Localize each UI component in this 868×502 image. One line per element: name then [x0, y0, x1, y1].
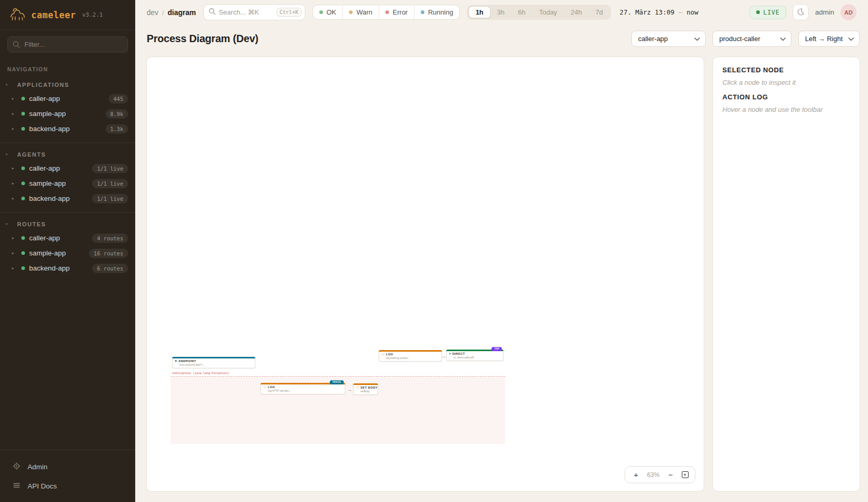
live-count-badge: 1/1 live — [92, 164, 128, 173]
avatar[interactable]: AD — [840, 4, 857, 20]
sidebar-filter-input[interactable] — [7, 36, 128, 53]
count-badge: 1.3k — [106, 124, 128, 134]
selected-node-empty-text: Click a node to inspect it — [722, 79, 850, 86]
breadcrumb-parent[interactable]: dev — [147, 8, 159, 17]
chevron-right-icon: ▸ — [12, 166, 17, 171]
node-title: DIRECT — [452, 352, 465, 355]
time-range-6h[interactable]: 6h — [511, 6, 532, 18]
square-icon: ■ — [449, 353, 451, 355]
diagram-node-log-failure[interactable]: TRACE ◯ LOG log:HTTP call failu... — [261, 383, 345, 394]
breadcrumb: dev / diagram — [147, 8, 196, 17]
logo[interactable]: cameleer v3.2.1 — [0, 0, 135, 30]
filter-chip-warn[interactable]: Warn — [343, 5, 379, 19]
section-header-applications[interactable]: ▾ APPLICATIONS — [0, 80, 135, 91]
selected-node-title: SELECTED NODE — [722, 66, 850, 74]
global-search[interactable]: Ctrl+K — [203, 4, 305, 20]
zoom-in-button[interactable]: + — [631, 470, 640, 480]
sidebar-item-agents-backend-app[interactable]: ▸ backend-app 1/1 live — [0, 191, 135, 206]
theme-toggle-button[interactable] — [793, 4, 809, 20]
status-filter-group: OK Warn Error Running — [313, 5, 460, 20]
sidebar-item-label: sample-app — [29, 179, 66, 187]
sidebar-item-label: sample-app — [29, 249, 66, 257]
diagram-node-log-starting[interactable]: ◯ LOG log:Starting produc... — [379, 351, 442, 362]
time-separator: – — [679, 8, 683, 16]
sidebar-item-routes-backend-app[interactable]: ▸ backend-app 6 routes — [0, 261, 135, 276]
search-input[interactable] — [219, 8, 274, 16]
moon-icon — [797, 8, 805, 17]
circle-icon: ◯ — [382, 353, 384, 356]
sidebar-item-api-docs[interactable]: API Docs — [0, 477, 135, 496]
chip-label: Error — [393, 8, 408, 16]
node-subtitle: log:HTTP call failu... — [268, 389, 341, 392]
section-agents: ▾ AGENTS ▸ caller-app 1/1 live ▸ sample-… — [0, 149, 135, 206]
live-badge[interactable]: LIVE — [749, 6, 787, 19]
app-select[interactable]: caller-app — [631, 31, 706, 47]
sidebar-item-routes-caller-app[interactable]: ▸ caller-app 4 routes — [0, 230, 135, 246]
time-range-3h[interactable]: 3h — [490, 6, 511, 18]
filter-chip-ok[interactable]: OK — [313, 5, 343, 19]
running-status-dot — [421, 10, 424, 14]
sidebar-item-label: caller-app — [29, 95, 60, 102]
time-range-24h[interactable]: 24h — [564, 6, 589, 18]
diagram-canvas[interactable]: onException [java.lang.Exception] ▶ ENDP… — [146, 57, 704, 492]
section-header-agents[interactable]: ▾ AGENTS — [0, 149, 135, 161]
chevron-right-icon: ▸ — [12, 181, 17, 186]
filter-chip-running[interactable]: Running — [414, 5, 459, 19]
exception-label: onException [java.lang.Exception] — [172, 371, 229, 375]
section-header-routes[interactable]: ▾ ROUTES — [0, 219, 135, 230]
chip-label: Running — [428, 8, 453, 16]
sidebar-item-routes-sample-app[interactable]: ▸ sample-app 16 routes — [0, 246, 135, 261]
chevron-right-icon: ▸ — [12, 251, 17, 255]
divider — [0, 212, 135, 213]
error-status-dot — [385, 10, 389, 14]
sidebar-item-agents-sample-app[interactable]: ▸ sample-app 1/1 live — [0, 176, 135, 191]
section-title: ROUTES — [17, 221, 46, 227]
sidebar: cameleer v3.2.1 NAVIGATION ▾ APPLICATION… — [0, 0, 135, 502]
time-range-1h[interactable]: 1h — [469, 6, 490, 18]
username: admin — [815, 8, 834, 16]
direction-select[interactable]: Left → Right — [798, 31, 860, 47]
status-dot-green — [21, 182, 25, 185]
time-range-7d[interactable]: 7d — [589, 6, 610, 18]
node-subtitle: log:Starting produc... — [386, 356, 439, 359]
sidebar-item-applications-caller-app[interactable]: ▸ caller-app 445 — [0, 91, 135, 106]
inspector-panel: SELECTED NODE Click a node to inspect it… — [712, 57, 860, 492]
chip-label: OK — [327, 8, 336, 16]
section-applications: ▾ APPLICATIONS ▸ caller-app 445 ▸ sample… — [0, 80, 135, 136]
node-subtitle: to: direct:callListP... — [454, 356, 500, 359]
diagram-node-endpoint[interactable]: ▶ ENDPOINT from:productCaller?... — [172, 357, 255, 368]
sidebar-item-applications-sample-app[interactable]: ▸ sample-app 8.9k — [0, 106, 135, 121]
status-dot-green — [21, 166, 25, 170]
circle-icon: ◯ — [264, 386, 266, 389]
sidebar-item-applications-backend-app[interactable]: ▸ backend-app 1.3k — [0, 121, 135, 136]
time-from: 27. März 13:09 — [619, 8, 674, 16]
status-dot-green — [21, 251, 25, 255]
content: dev / diagram Ctrl+K OK Warn — [135, 0, 868, 502]
filter-chip-error[interactable]: Error — [379, 5, 414, 19]
time-range-today[interactable]: Today — [532, 6, 564, 18]
status-dot-green — [21, 236, 25, 240]
chevron-down-icon — [848, 35, 854, 43]
direction-select-value: Left → Right — [805, 35, 843, 43]
shortcut-badge: Ctrl+K — [277, 8, 302, 17]
warn-status-dot — [349, 10, 353, 14]
app-version: v3.2.1 — [82, 11, 103, 18]
app-name: cameleer — [31, 10, 76, 20]
sidebar-item-agents-caller-app[interactable]: ▸ caller-app 1/1 live — [0, 161, 135, 176]
sidebar-item-label: backend-app — [29, 264, 70, 272]
api-docs-label: API Docs — [28, 482, 57, 490]
workspace: onException [java.lang.Exception] ▶ ENDP… — [146, 57, 860, 492]
chip-label: Warn — [356, 8, 372, 16]
node-title: LOG — [386, 353, 393, 356]
fit-view-button[interactable] — [682, 471, 689, 478]
live-label: LIVE — [763, 9, 780, 16]
diagram-node-setbody[interactable]: ◯ SET BODY setBody — [353, 384, 378, 395]
sidebar-item-admin[interactable]: Admin — [0, 457, 135, 477]
diagram-node-direct[interactable]: TAP ■ DIRECT to: direct:callListP... — [446, 350, 503, 361]
diagram-selectors: caller-app product-caller Left → Right — [631, 31, 860, 47]
route-select[interactable]: product-caller — [712, 31, 792, 47]
zoom-out-button[interactable]: − — [666, 470, 675, 480]
action-log-empty-text: Hover a node and use the toolbar — [722, 106, 850, 113]
sidebar-item-label: sample-app — [29, 110, 66, 118]
trace-badge: TRACE — [330, 380, 344, 384]
